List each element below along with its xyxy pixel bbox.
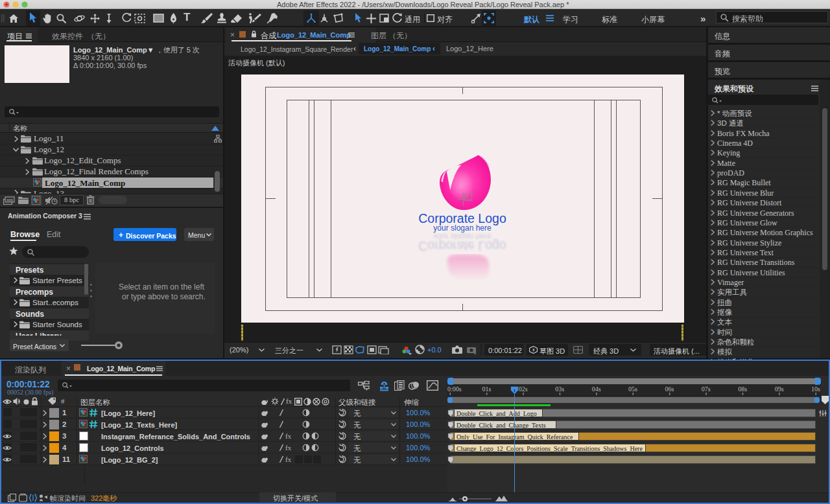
- svg-text:04s: 04s: [592, 385, 601, 393]
- svg-text:08s: 08s: [738, 385, 747, 393]
- svg-text:05s: 05s: [628, 385, 637, 393]
- svg-text:06s: 06s: [665, 385, 674, 393]
- svg-text:01s: 01s: [482, 385, 491, 393]
- svg-text:10s: 10s: [811, 385, 820, 393]
- svg-text:09s: 09s: [775, 385, 784, 393]
- svg-text:02s: 02s: [519, 385, 528, 393]
- svg-text:03s: 03s: [555, 385, 564, 393]
- svg-text:07s: 07s: [702, 385, 711, 393]
- svg-text:0:00s: 0:00s: [447, 385, 462, 393]
